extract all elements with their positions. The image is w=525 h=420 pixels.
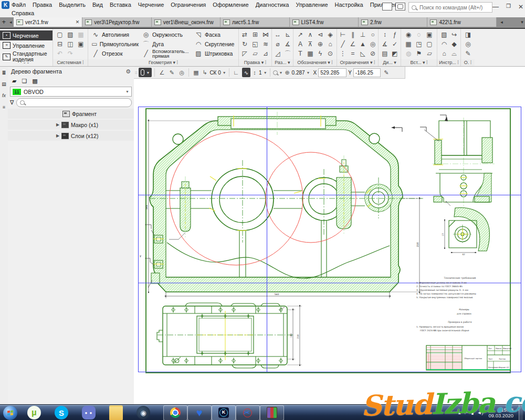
- command-search-input[interactable]: [418, 4, 489, 11]
- dim-angle-icon[interactable]: [282, 39, 293, 49]
- winrar-taskbar-button[interactable]: [260, 405, 284, 420]
- leader-icon[interactable]: [295, 30, 306, 39]
- menu-panel-icon[interactable]: ≡: [0, 101, 8, 113]
- menu-management[interactable]: Управление: [296, 2, 328, 8]
- close-button[interactable]: ✕: [518, 3, 523, 10]
- chevron-down-icon[interactable]: ▼: [279, 71, 283, 75]
- y-coordinate-field[interactable]: -186.25: [353, 68, 381, 77]
- tab-document-3[interactable]: ver1\Внеш_оконч.frw: [152, 17, 220, 27]
- save-as-icon[interactable]: [76, 39, 86, 49]
- concentric-icon[interactable]: [368, 39, 378, 49]
- text-icon[interactable]: [295, 49, 306, 58]
- fix-icon[interactable]: [358, 39, 368, 49]
- mark-icon[interactable]: [305, 30, 316, 39]
- fillet-button[interactable]: Скругление: [191, 39, 237, 49]
- measure-angle-icon[interactable]: [380, 39, 390, 49]
- menu-constraints[interactable]: Ограничения: [171, 2, 206, 8]
- edit-tool-4-icon[interactable]: [239, 39, 250, 49]
- axis-icon[interactable]: [325, 49, 335, 58]
- tab-scroll-right-icon[interactable]: ◂ ▸: [499, 17, 505, 28]
- table-icon[interactable]: [305, 49, 316, 58]
- minimize-button[interactable]: —: [492, 3, 499, 10]
- restore-button[interactable]: ❐: [506, 3, 511, 10]
- screenshot-tool-taskbar-button[interactable]: ✂: [236, 405, 260, 420]
- edit-tool-7-icon[interactable]: [239, 49, 250, 58]
- shapes-icon[interactable]: ❏: [22, 78, 27, 85]
- explorer-taskbar-icon[interactable]: [109, 405, 123, 420]
- discord-taskbar-icon[interactable]: ● ●: [82, 406, 96, 419]
- edit-tool-3-icon[interactable]: [260, 30, 271, 39]
- menu-file[interactable]: Файл: [12, 2, 26, 8]
- chrome-taskbar-button[interactable]: [163, 405, 187, 420]
- insert-picture-icon[interactable]: [414, 39, 424, 49]
- menu-help[interactable]: Справка: [12, 10, 34, 16]
- tab-document-1[interactable]: ver2\1.frw ✕: [14, 17, 82, 27]
- new-tab-button[interactable]: +: [0, 17, 8, 28]
- workspace-management-button[interactable]: ≡ Управление: [0, 40, 52, 50]
- insert-fragment-icon[interactable]: [403, 30, 414, 39]
- layer-solid-icon[interactable]: ▰: [12, 78, 16, 85]
- circle-button[interactable]: Окружность: [139, 30, 191, 39]
- point-snap-icon[interactable]: ◎: [177, 69, 186, 76]
- layout-windows-icon[interactable]: [382, 3, 392, 10]
- menu-settings[interactable]: Настройка: [335, 2, 363, 8]
- angle-snap-icon[interactable]: ✎: [167, 69, 176, 76]
- edit-tool-1-icon[interactable]: [239, 30, 250, 39]
- variables-panel-icon[interactable]: fx: [0, 90, 8, 101]
- corner-mode-icon[interactable]: ∟: [232, 69, 240, 76]
- insert-view-icon[interactable]: [414, 30, 424, 39]
- snap-settings-button[interactable]: ▼: [139, 68, 152, 77]
- screen-view-icon[interactable]: [395, 3, 405, 10]
- measure-icon[interactable]: [380, 30, 390, 39]
- edit-tool-6-icon[interactable]: [260, 39, 271, 49]
- drawing-canvas[interactable]: ⁞⁞ ▼ ∠ ✎ ◎ ▦ ↳ СК 0 ▼ ∟ ∿ ↕ 1 ▼ ▼ ⊕ 0.28…: [134, 67, 525, 404]
- undo-icon[interactable]: [55, 49, 65, 58]
- tab-document-5[interactable]: LIST4.frw: [290, 17, 359, 27]
- tab-scroll-left-icon[interactable]: ◂: [8, 17, 14, 28]
- menu-styling[interactable]: Оформление: [213, 2, 248, 8]
- gear-icon[interactable]: ⚙: [125, 68, 131, 75]
- tree-item-macro[interactable]: ▶ Макро (x1): [8, 120, 134, 130]
- tree-item-layers[interactable]: ▶ Слои (x12): [8, 131, 134, 141]
- edit-tool-9-icon[interactable]: [260, 49, 271, 58]
- menu-edit[interactable]: Правка: [33, 2, 52, 8]
- chevron-down-icon[interactable]: ▼: [223, 71, 226, 75]
- vertical-icon[interactable]: [338, 49, 348, 58]
- symmetric-icon[interactable]: [358, 49, 368, 58]
- parambar-layer-value[interactable]: 1: [259, 70, 262, 76]
- tree-item-fragment[interactable]: Фрагмент: [8, 109, 134, 119]
- dim-linear-icon[interactable]: [272, 30, 283, 39]
- parallel-icon[interactable]: [348, 30, 358, 39]
- datum-icon[interactable]: [315, 30, 326, 39]
- parallel-snap-icon[interactable]: ∠: [158, 69, 166, 76]
- break-line-icon[interactable]: [315, 49, 326, 58]
- tool-spline-icon[interactable]: [439, 39, 449, 49]
- tree-search-box[interactable]: [16, 98, 132, 107]
- tool-contour-icon[interactable]: [439, 49, 449, 58]
- tangent-icon[interactable]: [368, 30, 378, 39]
- tab-list-icon[interactable]: ▾: [519, 17, 525, 28]
- preview-icon[interactable]: [65, 39, 76, 49]
- image-icon[interactable]: ▩: [32, 78, 37, 85]
- area-icon[interactable]: [380, 49, 390, 58]
- menu-insert[interactable]: Вставка: [110, 2, 131, 8]
- tool-segment-icon[interactable]: [449, 49, 459, 58]
- print-icon[interactable]: [55, 39, 65, 49]
- tab-close-icon[interactable]: ✕: [76, 19, 80, 25]
- start-button[interactable]: [3, 406, 17, 420]
- coincide-icon[interactable]: [338, 30, 348, 39]
- tab-document-2[interactable]: ver3\1Редуктор.frw: [82, 17, 151, 27]
- dim-diameter-icon[interactable]: [272, 39, 283, 49]
- current-layer-combo[interactable]: 11 OBVOD ▼: [10, 87, 132, 97]
- segment-button[interactable]: Отрезок: [88, 49, 139, 58]
- heart-app-taskbar-button[interactable]: ♥: [187, 405, 212, 420]
- hatch-button[interactable]: Штриховка: [191, 49, 237, 58]
- block-icon[interactable]: [368, 49, 378, 58]
- expand-arrow-icon[interactable]: ▶: [56, 133, 61, 138]
- view-label-icon[interactable]: [325, 30, 335, 39]
- menu-diagnostics[interactable]: Диагностика: [256, 2, 289, 8]
- edit-tool-8-icon[interactable]: [250, 49, 260, 58]
- zoom-value[interactable]: 0.287: [292, 70, 305, 76]
- workspace-collapse-icon[interactable]: ⌄⌄: [0, 60, 52, 66]
- expand-arrow-icon[interactable]: ▶: [56, 122, 61, 127]
